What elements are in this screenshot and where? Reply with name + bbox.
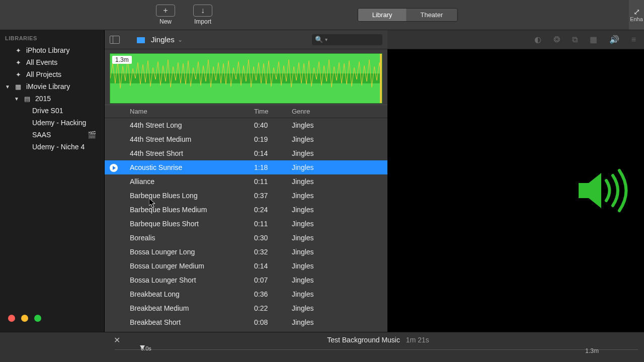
sidebar-item[interactable]: ▼▦iMovie Library [0, 80, 104, 93]
cell-name: 44th Street Long [125, 119, 249, 132]
cell-time: 0:08 [249, 316, 287, 329]
sidebar-toggle-icon[interactable] [110, 36, 120, 44]
color-correction-icon[interactable]: ❂ [553, 35, 560, 44]
track-list[interactable]: 44th Street Long0:40Jingles44th Street M… [105, 118, 387, 332]
viewer[interactable] [387, 49, 644, 332]
table-row[interactable]: Breakbeat Long0:36Jingles [105, 287, 387, 301]
sidebar-item[interactable]: SAAS🎬 [0, 129, 104, 141]
waveform-preview[interactable]: 1.3m [110, 53, 382, 104]
sidebar-header: LIBRARIES [0, 30, 104, 44]
cell-name: Bossa Lounger Long [125, 245, 249, 258]
play-icon[interactable] [110, 164, 118, 172]
cell-name: Bossa Lounger Medium [125, 259, 249, 273]
sidebar-item-label: iMovie Library [26, 82, 70, 90]
sidebar-item[interactable]: ✦All Projects [0, 68, 104, 80]
table-row[interactable]: 44th Street Medium0:19Jingles [105, 132, 387, 146]
sidebar-item[interactable]: Udemy - Niche 4 [0, 141, 104, 153]
sidebar-item-label: All Events [26, 58, 57, 66]
cell-genre: Jingles [287, 147, 387, 160]
star-icon: ✦ [14, 59, 22, 66]
cell-genre: Jingles [287, 259, 387, 273]
folder-icon [137, 37, 145, 43]
zoom-window-button[interactable] [34, 315, 41, 322]
cell-time: 0:37 [249, 189, 287, 202]
cell-genre: Jingles [287, 203, 387, 216]
close-icon[interactable]: ✕ [114, 335, 120, 345]
cell-name: Borealis [125, 231, 249, 244]
search-dropdown-icon: ▾ [325, 37, 328, 42]
cell-time: 0:32 [249, 245, 287, 258]
cell-genre: Jingles [287, 189, 387, 202]
cell-time: 1:18 [249, 161, 287, 174]
sidebar-item[interactable]: ▼▤2015 [0, 93, 104, 105]
table-row[interactable]: Barbeque Blues Long0:37Jingles [105, 189, 387, 203]
column-genre[interactable]: Genre [287, 105, 387, 118]
column-time[interactable]: Time [249, 105, 287, 118]
cal-icon: ▤ [23, 95, 31, 103]
search-input[interactable]: 🔍 ▾ [312, 34, 382, 45]
new-button[interactable]: + New [156, 5, 175, 25]
cell-time: 0:11 [249, 217, 287, 230]
sidebar-item[interactable]: ✦All Events [0, 56, 104, 68]
breadcrumb-title[interactable]: Jingles [151, 35, 175, 44]
star-icon: ✦ [14, 71, 22, 78]
cell-genre: Jingles [287, 133, 387, 146]
cell-genre: Jingles [287, 161, 387, 174]
cell-time: 0:22 [249, 302, 287, 315]
close-window-button[interactable] [8, 315, 15, 322]
column-name[interactable]: Name [125, 105, 249, 118]
disclosure-triangle-icon[interactable]: ▼ [5, 84, 10, 89]
sidebar-item[interactable]: Drive S01 [0, 105, 104, 117]
table-row[interactable]: Breakbeat Short0:08Jingles [105, 315, 387, 329]
traffic-lights [0, 309, 104, 332]
ruler-start-label: 0.0s [141, 345, 151, 351]
cell-genre: Jingles [287, 245, 387, 258]
sidebar-item-label: iPhoto Library [26, 46, 69, 54]
sidebar-item-label: Drive S01 [32, 107, 63, 115]
tab-theater[interactable]: Theater [406, 9, 457, 21]
table-row[interactable]: Breakbeat Medium0:22Jingles [105, 301, 387, 315]
import-button[interactable]: ↓ Import [193, 5, 212, 25]
enhance-icon: ⤢ [633, 8, 640, 16]
download-icon: ↓ [193, 5, 212, 17]
crop-icon[interactable]: ⧉ [572, 35, 578, 44]
cell-time: 0:14 [249, 259, 287, 273]
cell-name: Bossa Lounger Short [125, 274, 249, 287]
table-row[interactable]: 44th Street Long0:40Jingles [105, 118, 387, 132]
chevron-down-icon[interactable]: ⌄ [178, 36, 183, 43]
sidebar-item[interactable]: ✦iPhoto Library [0, 44, 104, 56]
cell-genre: Jingles [287, 175, 387, 188]
table-row[interactable]: Alliance0:11Jingles [105, 174, 387, 189]
cell-genre: Jingles [287, 302, 387, 315]
cell-time: 0:14 [249, 147, 287, 160]
cell-genre: Jingles [287, 217, 387, 230]
table-row[interactable]: Acoustic Sunrise1:18Jingles [105, 160, 387, 174]
cell-genre: Jingles [287, 231, 387, 244]
tab-library[interactable]: Library [358, 9, 407, 21]
sidebar-item-label: SAAS [32, 131, 51, 139]
libraries-sidebar: LIBRARIES ✦iPhoto Library✦All Events✦All… [0, 30, 105, 332]
equalizer-icon[interactable]: ≡ [631, 35, 636, 44]
enhance-button[interactable]: ⤢ Enha [629, 0, 644, 30]
project-title: Test Background Music 1m 21s [327, 336, 429, 344]
timeline-ruler[interactable]: 0.0s 1.3m [0, 347, 644, 359]
minimize-window-button[interactable] [21, 315, 28, 322]
volume-icon[interactable]: 🔊 [609, 35, 619, 44]
table-row[interactable]: Borealis0:30Jingles [105, 231, 387, 245]
table-row[interactable]: Barbeque Blues Short0:11Jingles [105, 217, 387, 231]
table-row[interactable]: 44th Street Short0:14Jingles [105, 146, 387, 160]
sidebar-item-label: All Projects [26, 70, 61, 78]
photo-icon: ✦ [14, 47, 22, 54]
stabilize-icon[interactable]: ▦ [590, 35, 597, 44]
preview-toolbar: ◐ ❂ ⧉ ▦ 🔊 ≡ [387, 30, 644, 49]
preview-panel: ◐ ❂ ⧉ ▦ 🔊 ≡ [387, 30, 644, 332]
table-row[interactable]: Bossa Lounger Long0:32Jingles [105, 245, 387, 259]
color-balance-icon[interactable]: ◐ [534, 35, 541, 44]
speaker-icon [574, 160, 634, 221]
media-browser: Jingles ⌄ 🔍 ▾ 1.3m [105, 30, 387, 332]
table-row[interactable]: Barbeque Blues Medium0:24Jingles [105, 203, 387, 217]
disclosure-triangle-icon[interactable]: ▼ [14, 96, 19, 102]
table-row[interactable]: Bossa Lounger Medium0:14Jingles [105, 259, 387, 273]
table-row[interactable]: Bossa Lounger Short0:07Jingles [105, 273, 387, 287]
sidebar-item[interactable]: Udemy - Hacking [0, 117, 104, 129]
